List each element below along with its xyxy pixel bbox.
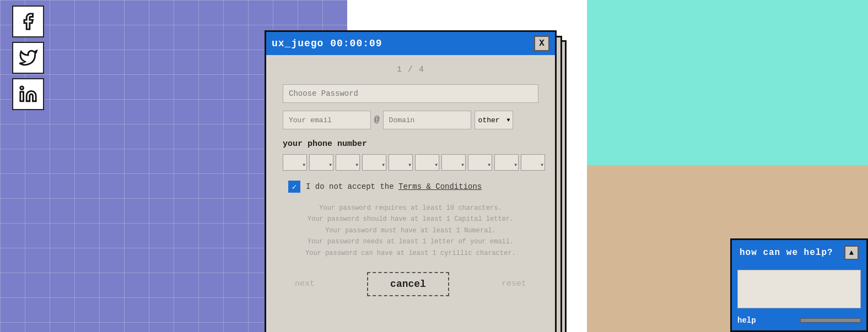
phone-digit-5-wrapper: 0123456789 — [389, 154, 413, 171]
help-progress-bar — [800, 318, 861, 323]
domain-select[interactable]: other .com .net .org — [475, 111, 513, 129]
phone-digit-8[interactable]: 0123456789 — [468, 154, 492, 171]
help-widget: how can we help? ▲ help — [730, 238, 868, 332]
phone-digit-2[interactable]: 0123456789 — [309, 154, 333, 171]
phone-digit-4[interactable]: 0123456789 — [362, 154, 386, 171]
phone-digit-9[interactable]: 0123456789 — [494, 154, 519, 171]
twitter-icon[interactable] — [12, 42, 44, 74]
phone-digit-10[interactable]: 0123456789 — [521, 154, 545, 171]
phone-row: 0123456789 0123456789 0123456789 0123456… — [283, 154, 538, 171]
phone-digit-4-wrapper: 0123456789 — [362, 154, 386, 171]
window-title: ux_juego 00:00:09 — [272, 38, 382, 49]
reset-button[interactable]: reset — [495, 276, 533, 292]
phone-digit-6-wrapper: 0123456789 — [415, 154, 439, 171]
at-symbol: @ — [374, 115, 380, 125]
phone-label: your phone number — [283, 139, 538, 149]
phone-digit-9-wrapper: 0123456789 — [494, 154, 519, 171]
background-top-right — [587, 0, 868, 165]
terms-label: I do not accept the Terms & Conditions — [306, 182, 482, 191]
close-button[interactable]: X — [534, 36, 549, 51]
domain-input[interactable] — [383, 111, 471, 129]
facebook-icon[interactable] — [12, 6, 44, 37]
svg-point-1 — [20, 86, 24, 90]
phone-digit-3[interactable]: 0123456789 — [336, 154, 360, 171]
title-bar: ux_juego 00:00:09 X — [266, 32, 555, 55]
phone-digit-8-wrapper: 0123456789 — [468, 154, 492, 171]
phone-digit-10-wrapper: 0123456789 — [521, 154, 545, 171]
terms-link[interactable]: Terms & Conditions — [398, 182, 482, 191]
phone-digit-7-wrapper: 0123456789 — [441, 154, 466, 171]
next-button[interactable]: next — [288, 276, 321, 292]
terms-label-text: I do not accept the — [306, 182, 398, 191]
phone-digit-5[interactable]: 0123456789 — [389, 154, 413, 171]
domain-select-wrapper: other .com .net .org — [475, 111, 513, 129]
help-label: help — [737, 316, 756, 325]
phone-digit-1[interactable]: 0123456789 — [283, 154, 307, 171]
help-title: how can we help? — [740, 248, 833, 258]
requirements-section: Your password requires at least 10 chara… — [283, 203, 538, 259]
page-indicator: 1 / 4 — [283, 65, 538, 74]
window-stack: ux_juego 00:00:09 X 1 / 4 @ other .com .… — [265, 30, 557, 332]
req-4: Your password needs at least 1 letter of… — [283, 236, 538, 247]
req-2: Your password should have at least 1 Cap… — [283, 214, 538, 225]
linkedin-icon[interactable] — [12, 78, 44, 110]
help-input-area[interactable] — [737, 270, 861, 308]
email-input[interactable] — [283, 111, 371, 129]
action-buttons-row: next cancel reset — [283, 272, 538, 296]
email-row: @ other .com .net .org — [283, 111, 538, 129]
help-bottom-row: help — [732, 313, 866, 330]
phone-digit-7[interactable]: 0123456789 — [441, 154, 466, 171]
phone-digit-1-wrapper: 0123456789 — [283, 154, 307, 171]
terms-checkbox[interactable] — [288, 181, 300, 193]
req-3: Your password must have at least 1 Numer… — [283, 225, 538, 236]
cancel-button[interactable]: cancel — [367, 272, 449, 296]
phone-digit-2-wrapper: 0123456789 — [309, 154, 333, 171]
help-title-bar: how can we help? ▲ — [732, 240, 866, 265]
help-collapse-button[interactable]: ▲ — [844, 246, 859, 260]
main-window: ux_juego 00:00:09 X 1 / 4 @ other .com .… — [265, 30, 557, 332]
phone-digit-6[interactable]: 0123456789 — [415, 154, 439, 171]
social-icons-panel — [12, 6, 44, 110]
svg-rect-0 — [20, 92, 24, 101]
req-1: Your password requires at least 10 chara… — [283, 203, 538, 214]
password-input[interactable] — [283, 84, 538, 103]
phone-digit-3-wrapper: 0123456789 — [336, 154, 360, 171]
window-content: 1 / 4 @ other .com .net .org your p — [266, 55, 555, 306]
terms-checkbox-row: I do not accept the Terms & Conditions — [283, 181, 538, 193]
req-5: Your password can have at least 1 cyrill… — [283, 248, 538, 259]
